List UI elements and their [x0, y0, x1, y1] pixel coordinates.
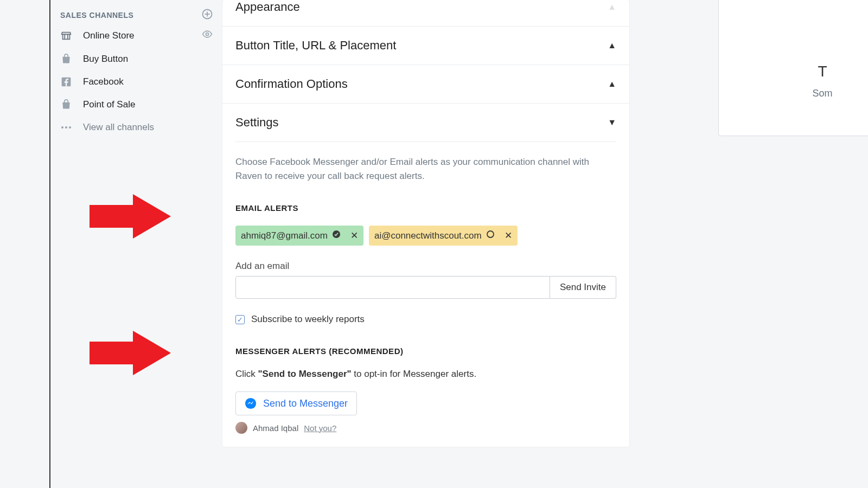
accordion-appearance[interactable]: Appearance ▲ [222, 0, 629, 27]
facebook-icon [60, 76, 72, 88]
remove-email-button[interactable]: ✕ [505, 230, 512, 241]
sidebar-item-facebook[interactable]: Facebook [50, 70, 222, 93]
svg-point-5 [61, 126, 63, 129]
accordion-title: Appearance [235, 0, 300, 14]
settings-body: Choose Facebook Messenger and/or Email a… [222, 142, 629, 447]
annotation-arrow [90, 194, 171, 239]
avatar [235, 422, 247, 434]
settings-card: Appearance ▲ Button Title, URL & Placeme… [222, 0, 629, 447]
pending-icon [486, 230, 495, 241]
checkbox-label: Subscribe to weekly reports [251, 314, 365, 325]
accordion-title: Button Title, URL & Placement [235, 38, 396, 53]
bag-icon [60, 53, 72, 65]
email-input-row: Send Invite [235, 276, 616, 299]
checkbox-icon[interactable]: ✓ [235, 315, 245, 324]
accordion-title: Confirmation Options [235, 77, 348, 91]
svg-point-6 [65, 126, 67, 129]
messenger-alerts-label: MESSENGER ALERTS (RECOMMENDED) [235, 346, 616, 356]
sidebar-item-view-all[interactable]: View all channels [50, 116, 222, 139]
svg-point-11 [487, 231, 494, 237]
store-icon [60, 30, 72, 42]
chevron-up-icon: ▲ [608, 41, 616, 50]
verified-icon [332, 230, 341, 241]
email-chip: ahmiq87@gmail.com ✕ [235, 226, 363, 246]
side-card-subtitle: Som [775, 88, 868, 99]
messenger-button-label: Send to Messenger [263, 398, 348, 409]
accordion-button[interactable]: Button Title, URL & Placement ▲ [222, 27, 629, 65]
email-address: ahmiq87@gmail.com [241, 230, 328, 241]
send-invite-button[interactable]: Send Invite [550, 276, 616, 299]
add-channel-icon[interactable] [202, 9, 213, 21]
annotation-arrow [90, 331, 171, 375]
sidebar-header: SALES CHANNELS [50, 7, 222, 23]
chevron-up-icon: ▲ [608, 79, 616, 89]
sidebar-item-label: Facebook [83, 76, 213, 87]
chevron-up-icon: ▲ [608, 2, 616, 12]
messenger-icon [245, 397, 257, 409]
sidebar-item-label: Buy Button [83, 54, 213, 65]
sidebar-item-online-store[interactable]: Online Store [50, 23, 222, 48]
chevron-down-icon: ▼ [608, 118, 616, 127]
email-chip: ai@connectwithscout.com ✕ [369, 226, 518, 246]
accordion-confirmation[interactable]: Confirmation Options ▲ [222, 65, 629, 104]
remove-email-button[interactable]: ✕ [350, 230, 358, 241]
accordion-title: Settings [235, 115, 279, 130]
sidebar: SALES CHANNELS Online Store Buy Button F… [49, 0, 222, 488]
sidebar-item-pos[interactable]: Point of Sale [50, 93, 222, 116]
email-alerts-label: EMAIL ALERTS [235, 203, 616, 213]
bag-icon [60, 99, 72, 111]
svg-marker-9 [90, 331, 171, 375]
accordion-settings[interactable]: Settings ▼ [222, 104, 629, 142]
svg-point-7 [69, 126, 71, 129]
sidebar-item-label: Online Store [83, 30, 202, 41]
not-you-link[interactable]: Not you? [304, 423, 336, 433]
side-card-title: T [775, 63, 868, 80]
svg-marker-8 [90, 194, 171, 239]
messenger-user-row: Ahmad Iqbal Not you? [235, 422, 616, 434]
send-to-messenger-button[interactable]: Send to Messenger [235, 391, 357, 415]
more-icon [60, 121, 72, 133]
sidebar-header-label: SALES CHANNELS [60, 11, 133, 20]
sidebar-item-label: View all channels [83, 122, 213, 133]
eye-icon[interactable] [202, 29, 213, 42]
user-name: Ahmad Iqbal [253, 423, 298, 433]
svg-point-3 [206, 33, 209, 36]
settings-description: Choose Facebook Messenger and/or Email a… [235, 155, 616, 183]
email-address: ai@connectwithscout.com [374, 230, 482, 241]
add-email-label: Add an email [235, 261, 616, 272]
email-chips: ahmiq87@gmail.com ✕ ai@connectwithscout.… [235, 226, 616, 246]
messenger-hint: Click "Send to Messenger" to opt-in for … [235, 369, 616, 380]
divider [235, 142, 616, 142]
sidebar-item-buy-button[interactable]: Buy Button [50, 48, 222, 70]
side-card: T Som [718, 0, 868, 136]
subscribe-checkbox-row[interactable]: ✓ Subscribe to weekly reports [235, 314, 616, 325]
sidebar-item-label: Point of Sale [83, 99, 213, 110]
email-input[interactable] [235, 276, 550, 299]
